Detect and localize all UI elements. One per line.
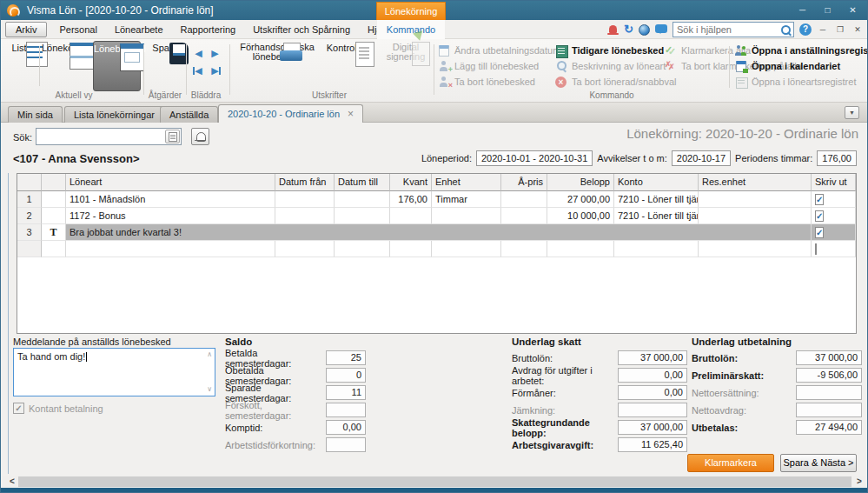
- cell-konto[interactable]: 7210 - Löner till tjänste: [614, 191, 699, 208]
- message-label: Meddelande på anställds lönebesked: [13, 336, 171, 347]
- cell-konto[interactable]: 7210 - Löner till tjänste: [614, 208, 699, 224]
- cell-kvant[interactable]: 176,00: [390, 191, 432, 208]
- tab-lista-lonekorningar[interactable]: Lista lönekörningar: [64, 106, 164, 123]
- help-icon[interactable]: ?: [799, 23, 812, 36]
- bruttolon-utbet-field[interactable]: 37 000,00: [796, 350, 862, 365]
- cmd-oppna-anstallningsregistret[interactable]: Öppna i anställningsregistret: [735, 44, 868, 57]
- ribbon-lista-button[interactable]: Lista: [6, 41, 37, 91]
- tab-list-dropdown-button[interactable]: ▼: [845, 106, 859, 119]
- calendar-open-icon: [735, 61, 747, 72]
- globe-icon[interactable]: [639, 24, 650, 36]
- scroll-down-icon[interactable]: ∨: [207, 386, 212, 393]
- help-search-input[interactable]: [673, 22, 794, 37]
- tab-ordinarie-lon-active[interactable]: 2020-10-20 - Ordinarie lön×: [218, 104, 363, 123]
- pane-minimize-button[interactable]: ─: [817, 25, 829, 34]
- skriv-ut-checkbox[interactable]: ✓: [815, 210, 824, 222]
- col-kvant[interactable]: Kvant: [390, 174, 432, 191]
- sparade-semesterdagar-field[interactable]: 11: [326, 385, 366, 400]
- utbetalas-field[interactable]: 27 494,00: [796, 420, 862, 435]
- komptid-field[interactable]: 0,00: [326, 420, 366, 435]
- last-record-icon[interactable]: ▶: [208, 64, 222, 77]
- cmd-tidigare-lonebesked[interactable]: Tidigare lönebesked: [555, 44, 664, 57]
- pane-restore-button[interactable]: ❐: [834, 25, 846, 34]
- cmd-oppna-kalendariet[interactable]: Öppna i kalendariet: [735, 60, 840, 72]
- horizontal-scrollbar[interactable]: < >: [3, 476, 865, 488]
- table-row-selected[interactable]: 3 T Bra jobbat under kvartal 3! ✓: [17, 224, 856, 241]
- col-belopp[interactable]: Belopp: [547, 174, 614, 191]
- col-resenhet[interactable]: Res.enhet: [699, 174, 812, 191]
- skriv-ut-checkbox[interactable]: [815, 243, 817, 255]
- preliminarskatt-field[interactable]: -9 506,00: [796, 368, 862, 383]
- avdrag-utgifter-field[interactable]: 0,00: [618, 368, 687, 383]
- skriv-ut-checkbox[interactable]: ✓: [815, 194, 824, 205]
- arbetstidsforkortning-field[interactable]: [326, 437, 366, 452]
- previous-record-icon[interactable]: ◀: [191, 47, 206, 60]
- scrollbar-thumb[interactable]: [18, 476, 851, 487]
- ribbon-lonekorning-button[interactable]: Lönekörning: [42, 41, 92, 91]
- tab-min-sida[interactable]: Min sida: [8, 106, 63, 123]
- menu-utskrifter-sparning[interactable]: Utskrifter och Spårning: [244, 22, 359, 37]
- spara-nasta-button[interactable]: Spara & Nästa >: [780, 454, 857, 472]
- first-record-icon[interactable]: ◀: [191, 64, 206, 77]
- payslip-workspace: Sök: Lönekörning: 2020-10-20 - Ordinarie…: [1, 123, 867, 476]
- ribbon-forhandsgranska-button[interactable]: Förhandsgranska lönebesked: [232, 41, 322, 91]
- reminder-bell-button[interactable]: [191, 128, 209, 145]
- notification-bell-icon[interactable]: [607, 23, 619, 37]
- skattegrundande-belopp-field[interactable]: 37 000,00: [618, 420, 687, 435]
- col-skriv-ut[interactable]: Skriv ut: [812, 174, 856, 191]
- table-row-empty[interactable]: [17, 241, 856, 257]
- chat-bubble-icon[interactable]: [655, 24, 667, 33]
- scroll-right-icon[interactable]: >: [853, 476, 865, 488]
- menu-arkiv[interactable]: Arkiv: [5, 22, 47, 37]
- menu-rapportering[interactable]: Rapportering: [172, 22, 245, 37]
- col-apris[interactable]: Å-pris: [501, 174, 547, 191]
- menu-lonearbete[interactable]: Lönearbete: [106, 22, 172, 37]
- maximize-button[interactable]: □: [816, 3, 839, 17]
- ribbon-kontrollista-button[interactable]: Kontrollista: [322, 41, 378, 91]
- col-datum-till[interactable]: Datum till: [335, 174, 390, 191]
- arbetsgivaravgift-field[interactable]: 11 625,40: [618, 437, 687, 452]
- nettoavdrag-field[interactable]: [796, 403, 862, 417]
- col-konto[interactable]: Konto: [614, 174, 699, 191]
- bruttolon-skatt-field[interactable]: 37 000,00: [618, 350, 687, 365]
- table-row[interactable]: 2 1172 - Bonus 10 000,00 7210 - Löner ti…: [17, 208, 856, 224]
- search-icon[interactable]: [780, 24, 792, 36]
- page-title: Lönekörning: 2020-10-20 - Ordinarie lön: [626, 126, 858, 141]
- ribbon-spara-button[interactable]: Spara: [147, 41, 183, 91]
- obetalda-semesterdagar-field[interactable]: 0: [326, 368, 366, 383]
- pane-close-button[interactable]: ✕: [851, 25, 864, 34]
- col-loneart[interactable]: Löneart: [66, 174, 275, 191]
- menu-personal[interactable]: Personal: [50, 22, 105, 37]
- cell-belopp[interactable]: 27 000,00: [547, 191, 614, 208]
- next-record-icon[interactable]: ▶: [208, 47, 222, 60]
- betalda-semesterdagar-field[interactable]: 25: [326, 350, 366, 365]
- cell-loneart[interactable]: 1172 - Bonus: [66, 208, 275, 224]
- search-input[interactable]: [36, 128, 182, 145]
- context-tab-lonekorning[interactable]: Lönekörning: [376, 2, 446, 20]
- formaner-field[interactable]: 0,00: [618, 385, 687, 400]
- close-button[interactable]: ✕: [841, 3, 865, 17]
- minimize-button[interactable]: ─: [791, 3, 814, 17]
- tab-anstallda[interactable]: Anställda: [160, 106, 218, 123]
- ribbon-lonebesked-button[interactable]: Lönebesked: [93, 41, 141, 91]
- tab-close-icon[interactable]: ×: [348, 108, 354, 120]
- scroll-up-icon[interactable]: ∧: [207, 351, 212, 358]
- cell-loneart[interactable]: 1101 - Månadslön: [66, 191, 275, 208]
- employee-list-button[interactable]: [165, 130, 180, 143]
- col-enhet[interactable]: Enhet: [432, 174, 501, 191]
- kontant-checkbox[interactable]: ✓: [13, 403, 24, 414]
- klarmarkera-button[interactable]: Klarmarkera: [687, 454, 774, 472]
- skriv-ut-checkbox[interactable]: ✓: [815, 227, 824, 238]
- col-datum-fran[interactable]: Datum från: [275, 174, 335, 191]
- cell-belopp[interactable]: 10 000,00: [547, 208, 614, 224]
- nettoersattning-field[interactable]: [796, 385, 862, 400]
- cell-text-message[interactable]: Bra jobbat under kvartal 3!: [66, 224, 812, 241]
- jamkning-field[interactable]: [618, 403, 687, 417]
- message-textarea[interactable]: Ta hand om dig! ∧ ∨: [13, 348, 215, 396]
- refresh-icon[interactable]: ↻: [624, 23, 633, 36]
- cell-enhet[interactable]: Timmar: [432, 191, 501, 208]
- forskott-semesterdagar-field[interactable]: [326, 403, 366, 417]
- table-row[interactable]: 1 1101 - Månadslön 176,00 Timmar 27 000,…: [17, 191, 856, 208]
- scroll-left-icon[interactable]: <: [6, 476, 18, 488]
- cmd-ta-bort-lonebesked: × Ta bort lönebesked: [438, 76, 535, 88]
